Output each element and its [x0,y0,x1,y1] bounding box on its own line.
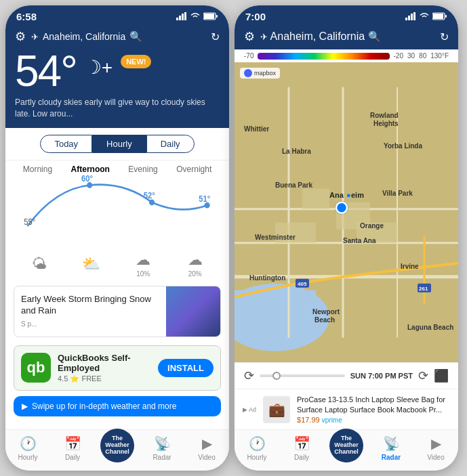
nav-label-video: Video [198,454,215,461]
weather-channel-btn[interactable]: TheWeatherChannel [100,429,134,462]
weather-evening: ☁ 10% [123,251,163,278]
install-button[interactable]: INSTALL [158,359,214,377]
location-icon: ✈ [31,32,39,42]
product-info: ProCase 13-13.5 Inch Laptop Sleeve Bag f… [297,395,450,424]
nav-daily-left[interactable]: 📅 Daily [54,435,92,462]
news-text-area: Early Week Storm Bringing Snow and Rain … [14,286,166,337]
time-right: 7:00 [245,11,266,22]
svg-rect-23 [235,290,316,338]
nav-hourly-right[interactable]: 🕐 Hourly [238,435,276,462]
svg-text:Whittier: Whittier [244,125,269,133]
battery-icon [203,12,218,22]
radar-icon-right: 📡 [383,435,400,452]
signal-icon-right [405,12,416,22]
mapbox-text: mapbox [254,70,276,77]
clock-icon: 🕐 [20,435,37,452]
forward-icon[interactable]: ⟳ [418,368,428,383]
calendar-icon-right: 📅 [293,435,310,452]
mapbox-logo: mapbox [240,68,280,79]
mapbox-icon [244,69,252,77]
svg-text:Huntington: Huntington [249,274,285,282]
svg-point-9 [205,202,210,208]
svg-text:eim: eim [351,191,364,199]
status-bar-left: 6:58 [5,5,229,25]
ad-rating: 4.5 ⭐ FREE [58,374,151,383]
svg-rect-17 [413,12,415,20]
refresh-icon-right[interactable]: ↻ [440,31,449,43]
weather-channel-btn-right[interactable]: TheWeatherChannel [329,429,363,462]
scale-label-2: 30 [407,52,415,60]
svg-point-8 [149,199,155,205]
product-card[interactable]: ▶ Ad 💼 ProCase 13-13.5 Inch Laptop Sleev… [235,389,458,429]
product-image: 💼 [263,396,290,423]
rewind-icon[interactable]: ⟳ [244,368,254,383]
svg-text:261: 261 [419,286,428,292]
product-price: $17.99 vprime [297,416,450,424]
nav-label-radar: Radar [153,454,171,461]
ad-info: QuickBooks Self-Employed 4.5 ⭐ FREE [58,353,151,383]
settings-icon-right[interactable]: ⚙ [244,29,255,44]
status-icons-left [176,12,218,22]
time-slider[interactable] [260,374,345,377]
layers-icon[interactable]: ⬛ [434,368,449,383]
svg-text:55°: 55° [24,217,35,225]
nav-label-daily: Daily [65,454,80,461]
nav-video-right[interactable]: ▶ Video [417,435,455,462]
search-icon[interactable]: 🔍 [129,30,142,43]
weather-overnight: ☁ 20% [175,251,216,278]
news-image [166,286,220,337]
svg-point-35 [336,202,347,213]
tab-daily[interactable]: Daily [146,135,195,153]
map-time-bar: ⟳ SUN 7:00 PM PST ⟳ ⬛ [235,362,458,389]
svg-rect-15 [408,16,410,20]
settings-icon[interactable]: ⚙ [15,29,26,44]
nav-center-left[interactable]: TheWeatherChannel [98,429,136,462]
svg-rect-2 [182,14,184,20]
nav-radar-right[interactable]: 📡 Radar [372,435,410,462]
refresh-icon[interactable]: ↻ [211,30,220,43]
sun-icon: ⛅ [82,255,100,273]
tod-morning[interactable]: Morning [23,165,52,174]
tab-row: Today Hourly Daily [5,128,229,160]
color-scale-bar: -70 -20 30 80 130°F [235,49,458,62]
bottom-nav-left: 🕐 Hourly 📅 Daily TheWeatherChannel 📡 Rad… [5,429,229,471]
video-icon-right: ▶ [431,435,441,452]
scale-label-4: 130°F [430,52,449,60]
svg-rect-1 [179,16,181,20]
weather-morning: 🌤 [19,255,60,273]
cloud-icon-eve: ☁ [136,251,150,269]
nav-center-right[interactable]: TheWeatherChannel [327,429,365,462]
nav-hourly-left[interactable]: 🕐 Hourly [9,435,47,462]
video-icon-left: ▶ [202,435,212,452]
temperature-chart: 55° 60° 52° 51° [5,174,229,248]
svg-text:Ana: Ana [329,191,344,199]
nav-radar-left[interactable]: 📡 Radar [143,435,181,462]
svg-text:La Habra: La Habra [282,148,311,155]
search-icon-right[interactable]: 🔍 [368,30,381,42]
wifi-icon-right [419,12,430,22]
tod-afternoon[interactable]: Afternoon [71,165,110,174]
svg-text:Yorba Linda: Yorba Linda [384,142,422,150]
time-left: 6:58 [16,11,37,22]
svg-text:Rowland: Rowland [370,112,399,119]
svg-text:51°: 51° [199,194,210,202]
status-icons-right [405,12,447,22]
nav-video-left[interactable]: ▶ Video [188,435,226,462]
location-left: ✈ Anaheim, California 🔍 [31,30,142,43]
time-slider-thumb[interactable] [272,372,281,380]
svg-point-7 [87,182,92,188]
time-of-day-row: Morning Afternoon Evening Overnight [5,160,229,174]
tab-hourly[interactable]: Hourly [92,135,146,153]
cloud-icon-night: ☁ [188,251,203,269]
news-card[interactable]: Early Week Storm Bringing Snow and Rain … [14,286,221,337]
nav-daily-right[interactable]: 📅 Daily [283,435,321,462]
ad-banner: qb QuickBooks Self-Employed 4.5 ⭐ FREE I… [14,345,221,391]
new-badge[interactable]: NEW! [121,55,151,68]
map-area[interactable]: Whittier Rowland Heights La Habra Yorba … [235,62,458,362]
tod-overnight[interactable]: Overnight [176,165,211,174]
tooltip-bubble: ▶ Swipe up for in-depth weather and more [14,396,221,416]
tod-evening[interactable]: Evening [128,165,157,174]
svg-rect-5 [204,14,214,19]
tab-today[interactable]: Today [40,135,92,153]
left-phone: 6:58 ⚙ ✈ Anaheim, Cali [5,5,229,471]
